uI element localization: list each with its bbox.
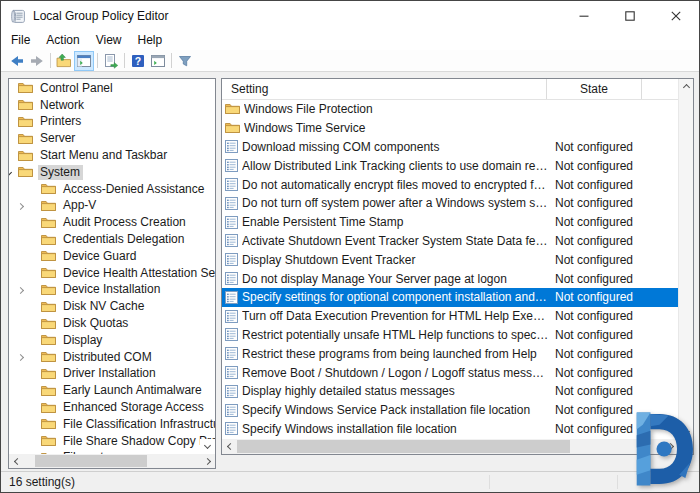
show-console-tree-icon[interactable] xyxy=(74,51,94,71)
svg-text:?: ? xyxy=(135,55,141,67)
setting-row[interactable]: Enable Persistent Time StampNot configur… xyxy=(222,213,678,232)
tree-hscroll-thumb[interactable] xyxy=(35,455,147,467)
tree-item[interactable]: Enhanced Storage Access xyxy=(9,399,215,416)
minimize-button[interactable] xyxy=(561,1,607,30)
tree-item[interactable]: Network xyxy=(9,97,215,114)
list-vertical-scrollbar[interactable] xyxy=(678,79,693,439)
setting-row[interactable]: Display highly detailed status messagesN… xyxy=(222,382,678,401)
tree-item[interactable]: Early Launch Antimalware xyxy=(9,382,215,399)
tree-item[interactable]: Device Installation xyxy=(9,282,215,299)
tree-scroll-right-button[interactable] xyxy=(201,454,215,468)
tree-item[interactable]: Printers xyxy=(9,114,215,131)
tree-item[interactable]: Disk NV Cache xyxy=(9,298,215,315)
setting-row[interactable]: Specify Windows installation file locati… xyxy=(222,420,678,439)
tree-item-label: File Classification Infrastructure xyxy=(61,417,215,432)
tree-item[interactable]: App-V xyxy=(9,198,215,215)
tree-item-label: Device Health Attestation Service xyxy=(61,266,215,281)
expand-icon[interactable] xyxy=(17,287,24,294)
status-text: 16 setting(s) xyxy=(9,475,75,489)
tree-item-label: Access-Denied Assistance xyxy=(61,182,207,197)
setting-state: Not configured xyxy=(549,140,633,154)
tree-item[interactable]: Disk Quotas xyxy=(9,315,215,332)
menu-item-file[interactable]: File xyxy=(3,31,38,49)
close-button[interactable] xyxy=(653,1,699,30)
setting-row[interactable]: Specify settings for optional component … xyxy=(222,288,678,307)
menu-item-view[interactable]: View xyxy=(88,31,130,49)
expand-icon[interactable] xyxy=(17,203,24,210)
column-header-setting[interactable]: Setting xyxy=(222,79,547,99)
setting-name: Activate Shutdown Event Tracker System S… xyxy=(242,234,549,248)
console-window-icon[interactable] xyxy=(148,51,168,71)
tree-horizontal-scrollbar[interactable] xyxy=(9,454,215,468)
setting-row[interactable]: Restrict potentially unsafe HTML Help fu… xyxy=(222,326,678,345)
tree-item[interactable]: Control Panel xyxy=(9,80,215,97)
forward-icon[interactable] xyxy=(27,51,47,71)
list-scroll-left-button[interactable] xyxy=(222,439,236,453)
folder-icon xyxy=(18,99,33,111)
toolbar-separator xyxy=(97,53,98,68)
setting-name: Turn off Data Execution Prevention for H… xyxy=(242,309,549,323)
setting-row[interactable]: Download missing COM componentsNot confi… xyxy=(222,138,678,157)
tree-item[interactable]: Device Health Attestation Service xyxy=(9,265,215,282)
setting-row[interactable]: Do not automatically encrypt files moved… xyxy=(222,175,678,194)
setting-name: Specify Windows Service Pack installatio… xyxy=(242,403,549,417)
folder-icon xyxy=(41,435,56,447)
tree-item-label: Control Panel xyxy=(38,81,116,96)
tree-scroll-left-button[interactable] xyxy=(9,454,23,468)
folder-icon xyxy=(18,116,33,128)
list-hscroll-thumb[interactable] xyxy=(237,440,570,453)
column-header-state[interactable]: State xyxy=(547,79,642,99)
tree-item[interactable]: Audit Process Creation xyxy=(9,214,215,231)
tree-item[interactable]: File Share Shadow Copy Provider xyxy=(9,433,215,450)
policy-icon xyxy=(225,310,238,323)
setting-row[interactable]: Remove Boot / Shutdown / Logon / Logoff … xyxy=(222,363,678,382)
tree-item[interactable]: Server xyxy=(9,130,215,147)
list-scroll-up-button[interactable] xyxy=(679,79,693,93)
setting-row[interactable]: Display Shutdown Event TrackerNot config… xyxy=(222,250,678,269)
export-list-icon[interactable] xyxy=(101,51,121,71)
back-icon[interactable] xyxy=(7,51,27,71)
tree-item-label: Driver Installation xyxy=(61,366,159,381)
setting-row[interactable]: Do not turn off system power after a Win… xyxy=(222,194,678,213)
collapse-icon[interactable] xyxy=(9,169,12,176)
setting-name: Remove Boot / Shutdown / Logon / Logoff … xyxy=(242,366,549,380)
policy-icon xyxy=(225,253,238,266)
setting-name: Display highly detailed status messages xyxy=(242,384,549,398)
folder-icon xyxy=(225,103,240,115)
statusbar-separator xyxy=(617,475,618,489)
tree-item-label: System xyxy=(38,165,83,180)
menu-item-action[interactable]: Action xyxy=(38,31,87,49)
setting-row[interactable]: Windows File Protection xyxy=(222,100,678,119)
tree-scroll-down-button[interactable] xyxy=(200,439,215,454)
maximize-button[interactable] xyxy=(607,1,653,30)
policy-icon xyxy=(225,422,238,435)
tree-item[interactable]: System xyxy=(9,164,215,181)
tree-item[interactable]: Access-Denied Assistance xyxy=(9,181,215,198)
list-horizontal-scrollbar[interactable] xyxy=(222,439,678,454)
tree-item-label: Device Installation xyxy=(61,282,163,297)
tree-item[interactable]: Driver Installation xyxy=(9,366,215,383)
tree-item[interactable]: File Classification Infrastructure xyxy=(9,416,215,433)
setting-row[interactable]: Do not display Manage Your Server page a… xyxy=(222,269,678,288)
tree-item-label: Printers xyxy=(38,114,84,129)
tree-item-label: Disk Quotas xyxy=(61,316,131,331)
tree-item[interactable]: Credentials Delegation xyxy=(9,231,215,248)
tree-item[interactable]: Distributed COM xyxy=(9,349,215,366)
help-icon[interactable]: ? xyxy=(128,51,148,71)
up-one-level-icon[interactable] xyxy=(54,51,74,71)
setting-row[interactable]: Activate Shutdown Event Tracker System S… xyxy=(222,232,678,251)
setting-row[interactable]: Specify Windows Service Pack installatio… xyxy=(222,401,678,420)
folder-icon xyxy=(41,234,56,246)
tree-item[interactable]: Device Guard xyxy=(9,248,215,265)
filter-icon[interactable] xyxy=(175,51,195,71)
setting-row[interactable]: Restrict these programs from being launc… xyxy=(222,344,678,363)
setting-name: Specify Windows installation file locati… xyxy=(242,422,549,436)
setting-row[interactable]: Windows Time Service xyxy=(222,119,678,138)
tree-item-label: File Share Shadow Copy Provider xyxy=(61,434,215,449)
setting-row[interactable]: Turn off Data Execution Prevention for H… xyxy=(222,307,678,326)
tree-item[interactable]: Display xyxy=(9,332,215,349)
setting-row[interactable]: Allow Distributed Link Tracking clients … xyxy=(222,156,678,175)
expand-icon[interactable] xyxy=(17,354,24,361)
tree-item[interactable]: Start Menu and Taskbar xyxy=(9,147,215,164)
menu-item-help[interactable]: Help xyxy=(130,31,171,49)
